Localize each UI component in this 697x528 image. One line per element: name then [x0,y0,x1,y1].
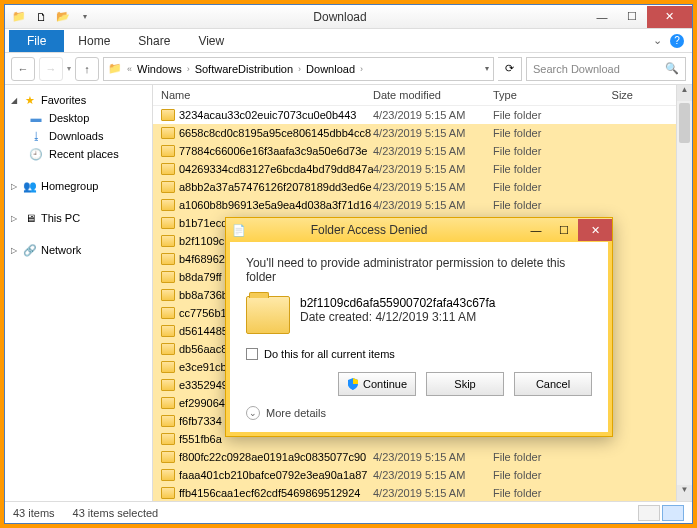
crumb[interactable]: SoftwareDistribution [195,63,293,75]
file-type: File folder [493,487,583,499]
file-type: File folder [493,181,583,193]
properties-icon[interactable]: 🗋 [33,9,49,25]
file-name: faaa401cb210bafce0792e3ea90a1a87 [179,469,367,481]
file-name: b4f68962 [179,253,225,265]
table-row[interactable]: a8bb2a37a57476126f2078189dd3ed6e4/23/201… [153,178,676,196]
new-folder-icon[interactable]: 📂 [55,9,71,25]
checkbox-icon[interactable] [246,348,258,360]
file-date: 4/23/2019 5:15 AM [373,181,493,193]
col-name[interactable]: Name [153,89,373,101]
view-icons-button[interactable] [662,505,684,521]
file-tab[interactable]: File [9,30,64,52]
chevron-right-icon[interactable]: › [357,64,366,74]
table-row[interactable]: f800fc22c0928ae0191a9c0835077c904/23/201… [153,448,676,466]
col-type[interactable]: Type [493,89,583,101]
file-type: File folder [493,199,583,211]
folder-icon [161,487,175,499]
breadcrumb[interactable]: 📁 « Windows › SoftwareDistribution › Dow… [103,57,494,81]
folder-icon [246,296,290,334]
sidebar-item-desktop[interactable]: ▬Desktop [9,109,148,127]
table-row[interactable]: 77884c66006e16f3aafa3c9a50e6d73e4/23/201… [153,142,676,160]
expand-icon[interactable]: ▷ [11,182,19,191]
ribbon: File Home Share View ⌄ ? [5,29,692,53]
crumb[interactable]: Windows [137,63,182,75]
chevron-right-icon[interactable]: › [295,64,304,74]
folder-icon [161,289,175,301]
col-size[interactable]: Size [583,89,643,101]
tab-view[interactable]: View [184,30,238,52]
col-date[interactable]: Date modified [373,89,493,101]
file-type: File folder [493,451,583,463]
continue-button[interactable]: Continue [338,372,416,396]
sidebar-thispc[interactable]: ▷🖥This PC [9,209,148,227]
file-name: b2f1109c [179,235,224,247]
folder-icon [161,271,175,283]
dialog-minimize-button[interactable]: — [522,219,550,241]
column-headers: Name Date modified Type Size [153,85,676,106]
statusbar: 43 items 43 items selected [5,501,692,523]
close-button[interactable]: ✕ [647,6,692,28]
folder-icon [161,307,175,319]
maximize-button[interactable]: ☐ [617,6,647,28]
folder-icon [161,145,175,157]
scrollbar[interactable]: ▲ ▼ [676,85,692,501]
crumb[interactable]: Download [306,63,355,75]
file-name: d5614485 [179,325,228,337]
scroll-thumb[interactable] [679,103,690,143]
help-icon[interactable]: ? [670,34,684,48]
minimize-button[interactable]: — [587,6,617,28]
folder-icon [161,451,175,463]
sidebar-homegroup[interactable]: ▷👥Homegroup [9,177,148,195]
search-input[interactable]: Search Download 🔍 [526,57,686,81]
sidebar-favorites[interactable]: ◢ ★ Favorites [9,91,148,109]
folder-icon [161,415,175,427]
dialog-close-button[interactable]: ✕ [578,219,612,241]
refresh-button[interactable]: ⟳ [498,57,522,81]
collapse-icon[interactable]: ◢ [11,96,19,105]
cancel-button[interactable]: Cancel [514,372,592,396]
dialog-maximize-button[interactable]: ☐ [550,219,578,241]
tab-home[interactable]: Home [64,30,124,52]
file-name: 04269334cd83127e6bcda4bd79dd847a [179,163,373,175]
address-dropdown-icon[interactable]: ▾ [485,64,489,73]
folder-icon [161,109,175,121]
scroll-down-button[interactable]: ▼ [677,485,692,501]
shield-icon [347,378,359,390]
ribbon-expand-icon[interactable]: ⌄ [653,34,662,47]
folder-icon [161,253,175,265]
table-row[interactable]: faaa401cb210bafce0792e3ea90a1a874/23/201… [153,466,676,484]
search-icon[interactable]: 🔍 [665,62,679,75]
file-name: db56aac8 [179,343,227,355]
history-dropdown-icon[interactable]: ▾ [67,64,71,73]
forward-button[interactable]: → [39,57,63,81]
more-details-toggle[interactable]: ⌄ More details [246,406,592,420]
do-for-all-checkbox[interactable]: Do this for all current items [246,348,592,360]
star-icon: ★ [23,93,37,107]
expand-icon[interactable]: ▷ [11,214,19,223]
table-row[interactable]: 6658c8cd0c8195a95ce806145dbb4cc84/23/201… [153,124,676,142]
tab-share[interactable]: Share [124,30,184,52]
expand-icon[interactable]: ▷ [11,246,19,255]
sidebar-network[interactable]: ▷🔗Network [9,241,148,259]
table-row[interactable]: a1060b8b96913e5a9ea4d038a3f71d164/23/201… [153,196,676,214]
file-name: f800fc22c0928ae0191a9c0835077c90 [179,451,366,463]
qat-dropdown-icon[interactable]: ▾ [77,9,93,25]
downloads-icon: ⭳ [29,129,43,143]
skip-button[interactable]: Skip [426,372,504,396]
crumb-prefix[interactable]: « [124,64,135,74]
titlebar: 📁 🗋 📂 ▾ Download — ☐ ✕ [5,5,692,29]
file-name: 3234acau33c02euic7073cu0e0b443 [179,109,356,121]
table-row[interactable]: 3234acau33c02euic7073cu0e0b4434/23/2019 … [153,106,676,124]
window-title: Download [93,10,587,24]
scroll-up-button[interactable]: ▲ [677,85,692,101]
sidebar-item-recent[interactable]: 🕘Recent places [9,145,148,163]
chevron-right-icon[interactable]: › [184,64,193,74]
file-date: 4/23/2019 5:15 AM [373,145,493,157]
back-button[interactable]: ← [11,57,35,81]
table-row[interactable]: ffb4156caa1ecf62cdf54698695129244/23/201… [153,484,676,501]
table-row[interactable]: 04269334cd83127e6bcda4bd79dd847a4/23/201… [153,160,676,178]
sidebar-item-downloads[interactable]: ⭳Downloads [9,127,148,145]
view-details-button[interactable] [638,505,660,521]
file-name: f551fb6a [179,433,222,445]
up-button[interactable]: ↑ [75,57,99,81]
